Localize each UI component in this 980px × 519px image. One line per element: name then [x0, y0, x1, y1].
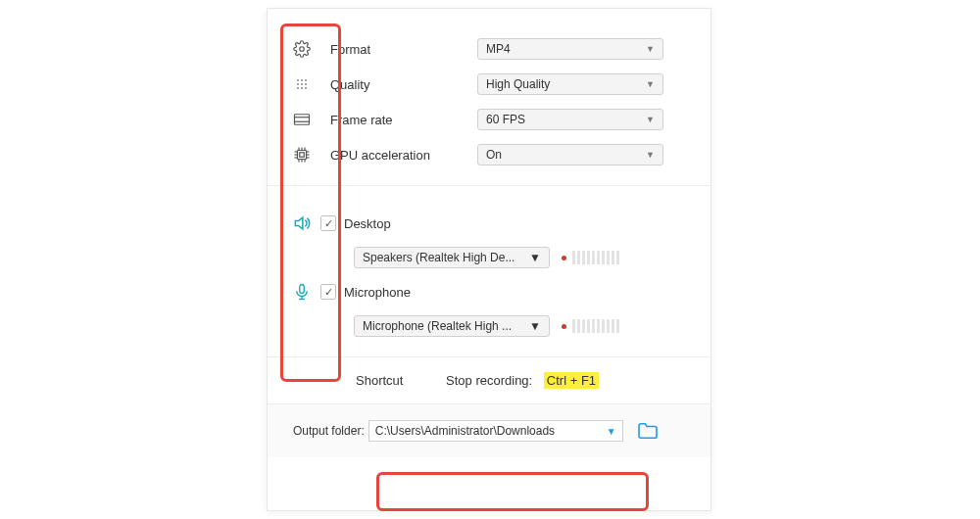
desktop-device-value: Speakers (Realtek High De... [363, 251, 514, 264]
microphone-checkbox[interactable]: ✓ [320, 284, 336, 300]
speaker-icon [292, 213, 312, 233]
svg-point-5 [301, 83, 303, 85]
quality-value: High Quality [486, 77, 550, 91]
quality-label: Quality [330, 77, 369, 92]
quality-dropdown[interactable]: High Quality ▼ [477, 73, 663, 95]
svg-rect-13 [298, 151, 307, 160]
shortcut-label: Shortcut [356, 373, 403, 388]
quality-dots-icon [294, 76, 310, 92]
gpu-dropdown[interactable]: On ▼ [477, 144, 663, 165]
gpu-chip-icon [293, 146, 311, 164]
format-dropdown[interactable]: MP4 ▼ [477, 38, 663, 60]
format-value: MP4 [486, 42, 511, 56]
svg-point-1 [297, 79, 299, 81]
svg-point-9 [305, 87, 307, 89]
svg-point-2 [301, 79, 303, 81]
microphone-device-dropdown[interactable]: Microphone (Realtek High ... ▼ [354, 315, 550, 337]
record-dot-icon [562, 256, 566, 260]
svg-point-7 [297, 87, 299, 89]
format-label: Format [330, 42, 370, 57]
svg-point-0 [300, 47, 305, 52]
framerate-label: Frame rate [330, 113, 393, 127]
output-folder-label: Output folder: [287, 424, 365, 438]
svg-point-4 [297, 83, 299, 85]
output-folder-dropdown[interactable]: C:\Users\Administrator\Downloads ▼ [368, 420, 623, 442]
svg-rect-28 [300, 285, 305, 294]
framerate-dropdown[interactable]: 60 FPS ▼ [477, 109, 663, 130]
svg-point-3 [305, 79, 307, 81]
gear-icon [293, 40, 311, 58]
shortcut-section: Shortcut Stop recording: Ctrl + F1 [268, 357, 710, 404]
microphone-icon [293, 282, 311, 302]
svg-rect-10 [295, 115, 310, 125]
gpu-value: On [486, 148, 502, 162]
chevron-down-icon: ▼ [529, 251, 541, 264]
output-folder-section: Output folder: C:\Users\Administrator\Do… [268, 404, 710, 457]
chevron-down-icon: ▼ [646, 79, 655, 89]
record-dot-icon [562, 324, 566, 329]
browse-folder-button[interactable] [637, 422, 659, 440]
framerate-icon [293, 113, 311, 126]
chevron-down-icon: ▼ [646, 44, 655, 54]
microphone-label: Microphone [344, 285, 411, 300]
microphone-device-value: Microphone (Realtek High ... [363, 319, 512, 333]
chevron-down-icon: ▼ [646, 115, 655, 124]
stop-recording-shortcut[interactable]: Ctrl + F1 [544, 372, 599, 389]
gpu-label: GPU acceleration [330, 148, 430, 163]
svg-point-6 [305, 83, 307, 85]
desktop-device-dropdown[interactable]: Speakers (Realtek High De... ▼ [354, 247, 550, 268]
desktop-level-meter [562, 251, 619, 264]
microphone-level-meter [562, 319, 619, 333]
svg-marker-27 [295, 217, 303, 229]
chevron-down-icon: ▼ [529, 319, 541, 333]
svg-point-8 [301, 87, 303, 89]
stop-recording-label: Stop recording: [446, 373, 532, 388]
settings-panel: Format MP4 ▼ Quality High Quality ▼ [267, 8, 711, 511]
chevron-down-icon: ▼ [646, 150, 655, 160]
audio-settings-section: ✓ Desktop Speakers (Realtek High De... ▼ [268, 186, 710, 357]
output-folder-path: C:\Users\Administrator\Downloads [375, 424, 555, 438]
desktop-audio-label: Desktop [344, 216, 391, 231]
chevron-down-icon: ▼ [607, 426, 616, 437]
framerate-value: 60 FPS [486, 113, 525, 126]
svg-rect-14 [300, 153, 305, 158]
video-settings-section: Format MP4 ▼ Quality High Quality ▼ [268, 9, 710, 186]
desktop-audio-checkbox[interactable]: ✓ [320, 215, 336, 231]
